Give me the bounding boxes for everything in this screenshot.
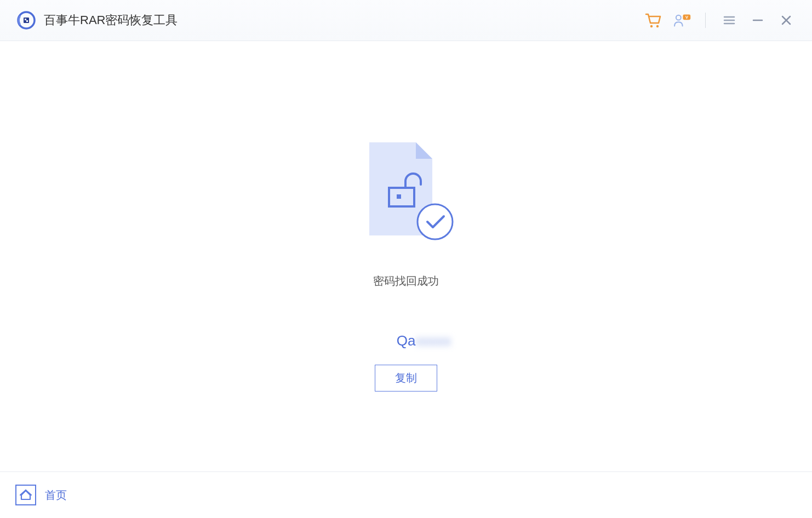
account-icon[interactable]: V [672,11,691,30]
home-label: 首页 [45,488,67,503]
success-file-unlocked-icon [358,140,454,241]
minimize-icon[interactable] [748,11,767,30]
svg-point-5 [656,25,659,27]
password-blurred-part: xxxxx [415,332,451,349]
cart-icon[interactable] [644,11,662,30]
header-left: 百事牛RAR密码恢复工具 [16,10,178,30]
svg-line-18 [20,490,26,495]
copy-button[interactable]: 复制 [375,365,437,392]
header-divider [705,13,706,28]
svg-line-19 [26,490,31,495]
svg-point-17 [418,204,453,239]
menu-icon[interactable] [720,11,739,30]
close-icon[interactable] [777,11,796,30]
success-message: 密码找回成功 [373,274,439,289]
app-title: 百事牛RAR密码恢复工具 [44,12,178,28]
home-icon [15,485,36,505]
svg-rect-16 [397,194,401,199]
svg-rect-3 [26,20,28,22]
home-button[interactable]: 首页 [15,485,67,505]
main-content: 密码找回成功 Qaxxxxx 复制 [0,41,812,471]
app-logo [16,10,36,30]
password-visible-prefix: Qa [397,332,416,349]
app-header: 百事牛RAR密码恢复工具 V [0,0,812,41]
header-right: V [644,11,796,30]
svg-text:V: V [685,15,688,20]
footer: 首页 [0,471,812,518]
recovered-password: Qaxxxxx [397,332,416,349]
svg-rect-2 [25,19,26,20]
svg-point-4 [650,25,653,27]
svg-point-6 [676,15,681,20]
